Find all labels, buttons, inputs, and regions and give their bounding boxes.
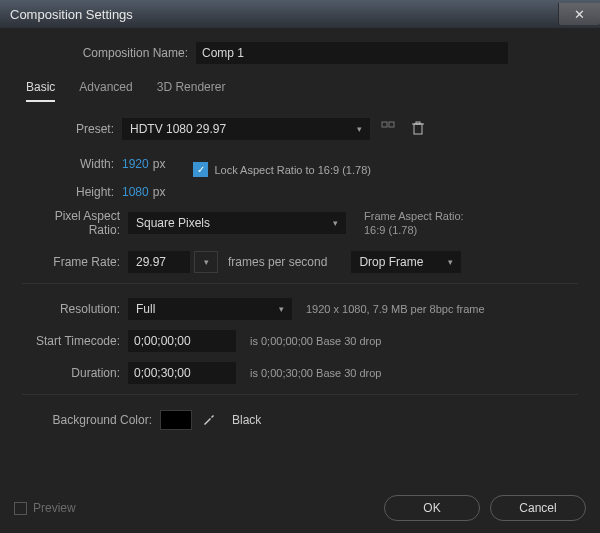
drop-frame-select[interactable]: Drop Frame ▾ [351,251,461,273]
frame-aspect-line1: Frame Aspect Ratio: [364,209,464,223]
composition-name-input[interactable] [196,42,508,64]
frame-rate-label: Frame Rate: [22,255,128,269]
divider [22,394,578,395]
svg-rect-1 [389,122,394,127]
width-value[interactable]: 1920 [122,157,149,171]
save-preset-icon [381,121,395,138]
width-unit: px [153,157,166,171]
eyedropper-button[interactable] [198,409,220,431]
height-label: Height: [22,185,122,199]
background-color-swatch[interactable] [160,410,192,430]
composition-name-label: Composition Name: [14,46,196,60]
frame-rate-row: Frame Rate: 29.97 ▾ frames per second Dr… [22,251,578,273]
checkmark-icon: ✓ [197,164,205,175]
preset-row: Preset: HDTV 1080 29.97 ▾ [22,118,578,140]
frame-rate-unit: frames per second [228,255,327,269]
tab-3d-renderer[interactable]: 3D Renderer [157,80,226,102]
pixel-aspect-value: Square Pixels [136,216,210,230]
preview-label: Preview [33,501,76,515]
background-color-name: Black [232,413,261,427]
basic-panel: Preset: HDTV 1080 29.97 ▾ Width: 1920 px [14,102,586,431]
trash-icon [412,121,424,138]
height-unit: px [153,185,166,199]
tab-advanced[interactable]: Advanced [79,80,132,102]
start-timecode-row: Start Timecode: is 0;00;00;00 Base 30 dr… [22,330,578,352]
frame-rate-value: 29.97 [136,255,166,269]
start-timecode-info: is 0;00;00;00 Base 30 drop [250,335,381,347]
cancel-button[interactable]: Cancel [490,495,586,521]
start-timecode-input[interactable] [128,330,236,352]
preset-select[interactable]: HDTV 1080 29.97 ▾ [122,118,370,140]
dialog-body: Composition Name: Basic Advanced 3D Rend… [0,28,600,533]
chevron-down-icon: ▾ [333,218,338,228]
svg-rect-2 [414,124,422,134]
preset-value: HDTV 1080 29.97 [130,122,226,136]
width-row: Width: 1920 px ✓ Lock Aspect Ratio to 16… [22,150,578,177]
footer: Preview OK Cancel [14,495,586,521]
eyedropper-icon [202,412,216,429]
resolution-row: Resolution: Full ▾ 1920 x 1080, 7.9 MB p… [22,298,578,320]
frame-rate-dropdown[interactable]: ▾ [194,251,218,273]
width-label: Width: [22,157,122,171]
resolution-select[interactable]: Full ▾ [128,298,292,320]
svg-rect-0 [382,122,387,127]
tab-basic[interactable]: Basic [26,80,55,102]
tab-bar: Basic Advanced 3D Renderer [26,80,586,102]
close-button[interactable]: ✕ [558,3,600,25]
pixel-aspect-label: Pixel Aspect Ratio: [22,209,128,237]
window-title: Composition Settings [10,7,133,22]
divider [22,283,578,284]
resolution-value: Full [136,302,155,316]
resolution-info: 1920 x 1080, 7.9 MB per 8bpc frame [306,303,485,315]
start-timecode-label: Start Timecode: [22,334,128,348]
chevron-down-icon: ▾ [204,257,209,267]
svg-rect-4 [416,122,420,124]
pixel-aspect-select[interactable]: Square Pixels ▾ [128,212,346,234]
preview-checkbox[interactable] [14,502,27,515]
close-icon: ✕ [574,7,585,22]
lock-aspect-block: ✓ Lock Aspect Ratio to 16:9 (1.78) [193,162,371,177]
chevron-down-icon: ▾ [357,124,362,134]
chevron-down-icon: ▾ [279,304,284,314]
footer-buttons: OK Cancel [384,495,586,521]
frame-aspect-line2: 16:9 (1.78) [364,223,464,237]
background-color-label: Background Color: [22,413,160,427]
duration-label: Duration: [22,366,128,380]
duration-info: is 0;00;30;00 Base 30 drop [250,367,381,379]
chevron-down-icon: ▾ [448,257,453,267]
delete-preset-button[interactable] [406,118,430,140]
save-preset-button[interactable] [376,118,400,140]
resolution-label: Resolution: [22,302,128,316]
lock-aspect-label: Lock Aspect Ratio to 16:9 (1.78) [214,164,371,176]
preset-label: Preset: [22,122,122,136]
drop-frame-value: Drop Frame [359,255,423,269]
height-value[interactable]: 1080 [122,185,149,199]
duration-row: Duration: is 0;00;30;00 Base 30 drop [22,362,578,384]
ok-button[interactable]: OK [384,495,480,521]
preview-checkbox-row: Preview [14,501,76,515]
height-row: Height: 1080 px [22,185,578,199]
composition-name-row: Composition Name: [14,42,586,64]
frame-rate-input[interactable]: 29.97 [128,251,190,273]
pixel-aspect-row: Pixel Aspect Ratio: Square Pixels ▾ Fram… [22,209,578,237]
lock-aspect-checkbox[interactable]: ✓ [193,162,208,177]
titlebar: Composition Settings ✕ [0,0,600,28]
background-color-row: Background Color: Black [22,409,578,431]
duration-input[interactable] [128,362,236,384]
frame-aspect-info: Frame Aspect Ratio: 16:9 (1.78) [364,209,464,237]
